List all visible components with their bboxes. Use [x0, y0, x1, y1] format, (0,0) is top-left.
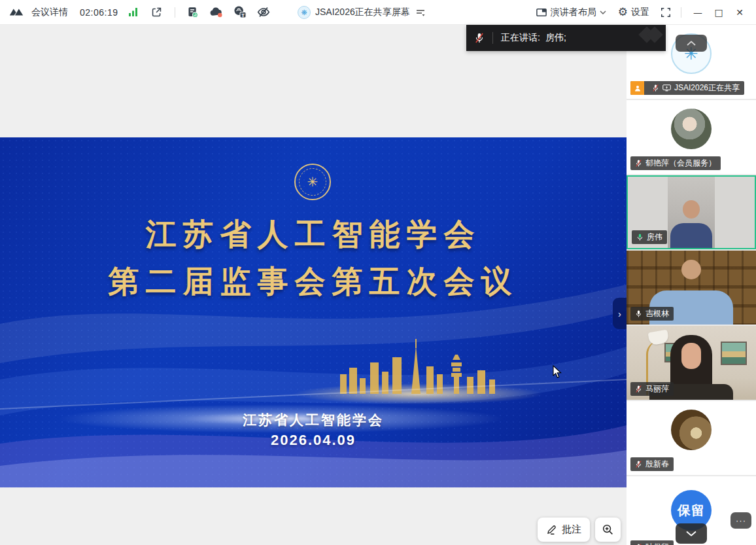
annotate-button[interactable]: 批注 [538, 518, 590, 542]
mic-muted-icon [466, 32, 492, 44]
participant-name: JSAI2026正在共享 [674, 82, 740, 94]
fullscreen-icon[interactable] [657, 4, 674, 21]
participant-name: 郁艳萍（会员服务） [645, 158, 716, 169]
participant-namebar: 吉根林 [630, 307, 674, 321]
gear-icon: ⚙ [618, 7, 628, 18]
mic-muted-icon [635, 385, 642, 393]
shared-screen-area: ✳ 江苏省人工智能学会 第二届监事会第五次会议 江苏省人工智能学会 2026.0… [0, 25, 627, 545]
participant-namebar: 马丽萍 [630, 382, 674, 396]
network-signal-icon[interactable] [125, 4, 142, 21]
presentation-slide: ✳ 江苏省人工智能学会 第二届监事会第五次会议 江苏省人工智能学会 2026.0… [0, 137, 627, 487]
participant-avatar [671, 109, 712, 149]
participant-name: 叶保留 [645, 542, 669, 545]
close-button[interactable]: ✕ [730, 3, 749, 22]
cloud-record-doc-icon[interactable] [184, 4, 201, 21]
participants-sidebar: ✳ JSAI2026正在共享 郁艳萍（会员服务） [627, 25, 756, 545]
toast-divider [492, 32, 493, 44]
slide-footer-org: 江苏省人工智能学会 [0, 411, 627, 429]
sidebar-scroll-down-button[interactable] [676, 523, 707, 544]
titlebar: 会议详情 02:06:19 T ❋ JSAI2026正 [0, 0, 756, 25]
share-detail-icon[interactable] [415, 4, 426, 21]
sharer-avatar: ❋ [298, 6, 311, 19]
pen-icon [546, 524, 557, 535]
slide-footer-date: 2026.04.09 [0, 432, 627, 449]
society-emblem-icon: ✳ [294, 164, 331, 200]
layout-button-label: 演讲者布局 [551, 7, 596, 18]
slide-title-line2: 第二届监事会第五次会议 [0, 258, 627, 305]
participant-name: 马丽萍 [645, 383, 669, 395]
speaking-label: 正在讲话: [501, 32, 540, 44]
participant-namebar: 叶保留 [630, 540, 674, 545]
annotate-label: 批注 [562, 523, 581, 536]
participant-namebar: JSAI2026正在共享 [630, 81, 744, 95]
layout-button[interactable]: 演讲者布局 [532, 4, 610, 21]
participant-name: 殷新春 [645, 459, 669, 470]
zoom-in-icon [602, 523, 614, 536]
titlebar-divider [681, 7, 681, 18]
participant-tile-yinxinchun[interactable]: 殷新春 [627, 401, 756, 475]
meeting-details-button[interactable]: 会议详情 [31, 7, 68, 18]
chevron-down-icon [600, 10, 606, 14]
mic-muted-icon [652, 84, 659, 92]
sidebar-collapse-handle[interactable]: › [613, 298, 627, 329]
mouse-cursor [553, 365, 562, 381]
open-in-window-icon[interactable] [148, 4, 165, 21]
mic-on-icon [635, 309, 642, 318]
sharing-banner: JSAI2026正在共享屏幕 [315, 7, 410, 18]
participant-tile-fangwei[interactable]: 房伟 [627, 175, 756, 249]
caption-translate-icon[interactable]: T [232, 4, 249, 21]
participant-namebar: 郁艳萍（会员服务） [630, 156, 721, 170]
cloud-status-icon[interactable] [208, 4, 225, 21]
host-badge-icon [630, 81, 644, 95]
participant-name: 吉根林 [645, 308, 669, 319]
meeting-timer: 02:06:19 [80, 7, 118, 18]
sidebar-collapse-up-button[interactable] [676, 35, 707, 52]
zoom-button[interactable] [595, 518, 621, 542]
settings-label: 设置 [631, 7, 649, 18]
maximize-button[interactable]: □ [709, 3, 729, 22]
hide-view-icon[interactable] [255, 4, 272, 21]
minimize-button[interactable]: — [688, 3, 708, 22]
svg-text:T: T [241, 13, 245, 18]
slide-title: 江苏省人工智能学会 第二届监事会第五次会议 [0, 211, 627, 305]
participant-namebar: 殷新春 [630, 457, 674, 471]
participant-name: 房伟 [647, 232, 662, 243]
speaking-names: 房伟; [545, 32, 566, 44]
participant-more-button[interactable]: ··· [730, 512, 751, 529]
meeting-window: 会议详情 02:06:19 T ❋ JSAI2026正 [0, 0, 756, 545]
mic-muted-icon [635, 159, 642, 167]
participant-namebar: 房伟 [632, 230, 667, 244]
participant-tile-yuyanping[interactable]: 郁艳萍（会员服务） [627, 100, 756, 174]
watermark-logo-icon [645, 29, 661, 41]
slide-title-line1: 江苏省人工智能学会 [0, 211, 627, 258]
mic-muted-icon [635, 460, 642, 468]
app-logo-icon [8, 4, 25, 21]
titlebar-divider [175, 7, 175, 18]
participant-tile-maliping[interactable]: 马丽萍 [627, 326, 756, 400]
participant-avatar [671, 410, 712, 450]
layout-icon [536, 7, 547, 18]
settings-button[interactable]: ⚙ 设置 [614, 4, 653, 21]
participant-tile-jigenlin[interactable]: 吉根林 [627, 251, 756, 325]
mic-active-icon [636, 233, 644, 241]
screen-share-icon [662, 84, 671, 92]
speaking-toast: 正在讲话: 房伟; [466, 25, 666, 51]
